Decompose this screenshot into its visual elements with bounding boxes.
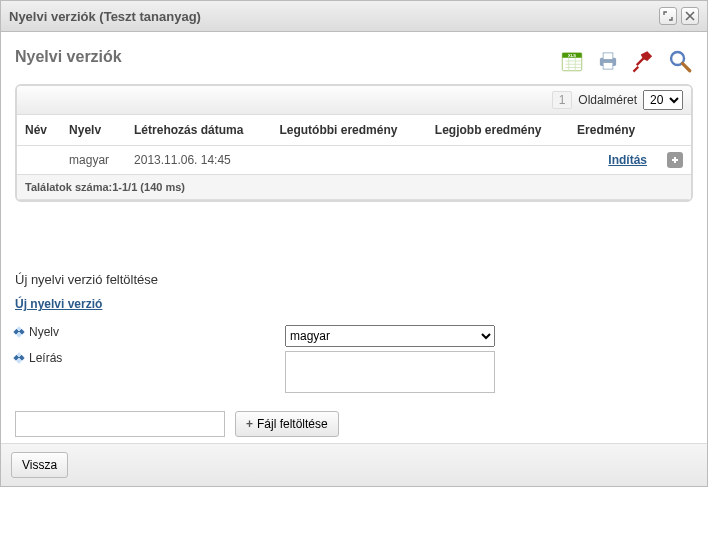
svg-text:XLS: XLS [568,53,576,58]
lang-label: Nyelv [29,325,59,339]
svg-rect-10 [603,63,613,70]
col-last[interactable]: Legutóbbi eredmény [271,115,426,146]
cell-last [271,146,426,175]
upload-button[interactable]: + Fájl feltöltése [235,411,339,437]
svg-rect-9 [603,53,613,60]
col-name[interactable]: Név [17,115,61,146]
form-row-lang: Nyelv magyar [15,325,693,347]
window-title: Nyelvi verziók (Teszt tananyag) [9,9,201,24]
lang-select[interactable]: magyar [285,325,495,347]
bullet-icon [13,352,24,363]
svg-line-12 [682,63,689,70]
file-row: + Fájl feltöltése [15,411,693,437]
col-created[interactable]: Létrehozás dátuma [126,115,271,146]
plus-icon: + [246,417,253,431]
cell-best [427,146,569,175]
upload-heading: Új nyelvi verzió feltöltése [15,272,693,287]
form-row-desc: Leírás [15,351,693,393]
col-best[interactable]: Legjobb eredmény [427,115,569,146]
search-icon[interactable] [667,48,693,74]
cell-name [17,146,61,175]
maximize-button[interactable] [659,7,677,25]
print-icon[interactable] [595,48,621,74]
summary-row: Találatok száma:1-1/1 (140 ms) [17,175,691,200]
cell-created: 2013.11.06. 14:45 [126,146,271,175]
page-size-label: Oldalméret [578,93,637,107]
pager: 1 Oldalméret 20 [17,86,691,115]
window-controls [659,7,699,25]
col-result[interactable]: Eredmény [569,115,655,146]
dialog: Nyelvi verziók (Teszt tananyag) Nyelvi v… [0,0,708,487]
plus-icon [670,155,680,165]
cell-lang: magyar [61,146,126,175]
desc-label: Leírás [29,351,62,365]
expand-icon [663,11,673,21]
toolbar: XLS [559,48,693,74]
back-button[interactable]: Vissza [11,452,68,478]
col-lang[interactable]: Nyelv [61,115,126,146]
close-icon [685,11,695,21]
close-button[interactable] [681,7,699,25]
new-version-link[interactable]: Új nyelvi verzió [15,297,102,311]
desc-input[interactable] [285,351,495,393]
upload-section: Új nyelvi verzió feltöltése Új nyelvi ve… [15,272,693,437]
results-table: Név Nyelv Létrehozás dátuma Legutóbbi er… [17,115,691,200]
page-heading-row: Nyelvi verziók XLS [15,42,693,84]
launch-link[interactable]: Indítás [608,153,647,167]
page-title: Nyelvi verziók [15,48,122,66]
file-path-display[interactable] [15,411,225,437]
page-size-select[interactable]: 20 [643,90,683,110]
row-expand-button[interactable] [667,152,683,168]
results-panel: 1 Oldalméret 20 Név Nyelv Létrehozás dát… [15,84,693,202]
footer: Vissza [1,443,707,486]
page-number: 1 [552,91,573,109]
summary-text: Találatok száma:1-1/1 (140 ms) [17,175,691,200]
bullet-icon [13,326,24,337]
titlebar: Nyelvi verziók (Teszt tananyag) [1,1,707,32]
table-row: magyar 2013.11.06. 14:45 Indítás [17,146,691,175]
pin-icon[interactable] [631,48,657,74]
export-xls-icon[interactable]: XLS [559,48,585,74]
